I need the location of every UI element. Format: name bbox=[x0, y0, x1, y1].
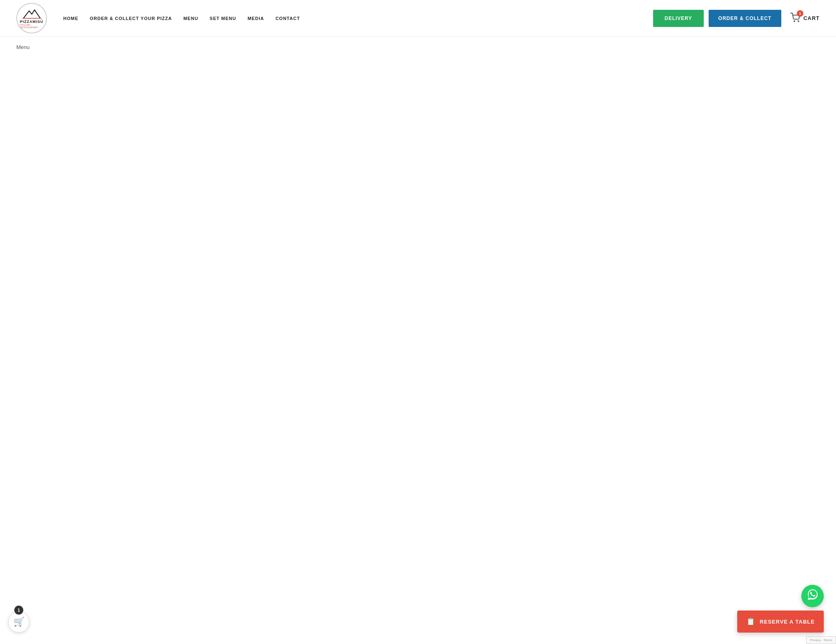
cart-link[interactable]: 1 CART bbox=[790, 13, 820, 24]
floating-cart[interactable]: 1 🛒 bbox=[8, 606, 29, 633]
recaptcha-badge: Privacy - Terms bbox=[806, 636, 836, 644]
svg-point-2 bbox=[798, 20, 799, 22]
recaptcha-privacy: Privacy bbox=[810, 638, 820, 642]
main-content bbox=[0, 58, 836, 384]
main-nav: HOME ORDER & COLLECT YOUR PIZZA MENU SET… bbox=[63, 16, 653, 21]
logo-sub-text: Italian Restaurant bbox=[20, 24, 44, 29]
floating-cart-icon: 🛒 bbox=[13, 617, 24, 627]
nav-item-home[interactable]: HOME bbox=[63, 16, 78, 21]
logo[interactable]: PIZZAMISÚ Italian Restaurant bbox=[16, 3, 47, 33]
recaptcha-terms: Terms bbox=[823, 638, 832, 642]
header: PIZZAMISÚ Italian Restaurant HOME ORDER … bbox=[0, 0, 836, 37]
nav-item-contact[interactable]: CONTACT bbox=[276, 16, 300, 21]
reserve-table-icon: 📋 bbox=[746, 617, 756, 626]
cart-label: CART bbox=[803, 15, 820, 21]
logo-brand-text: PIZZAMISÚ bbox=[20, 20, 44, 24]
delivery-button[interactable]: DELIVERY bbox=[653, 10, 704, 27]
reserve-table-button[interactable]: 📋 RESERVE A TABLE bbox=[737, 611, 824, 633]
breadcrumb-text: Menu bbox=[16, 44, 30, 50]
header-actions: DELIVERY ORDER & COLLECT 1 CART bbox=[653, 10, 820, 27]
floating-cart-count: 1 bbox=[14, 606, 23, 615]
whatsapp-button[interactable] bbox=[801, 585, 824, 607]
cart-icon-wrap: 1 bbox=[790, 13, 801, 24]
recaptcha-separator: - bbox=[821, 638, 823, 642]
nav-item-order-collect[interactable]: ORDER & COLLECT YOUR PIZZA bbox=[90, 16, 172, 21]
reserve-table-label: RESERVE A TABLE bbox=[760, 619, 815, 625]
cart-badge: 1 bbox=[797, 10, 803, 17]
nav-item-menu[interactable]: MENU bbox=[183, 16, 198, 21]
nav-item-set-menu[interactable]: SET MENU bbox=[210, 16, 236, 21]
breadcrumb: Menu bbox=[0, 37, 836, 58]
whatsapp-icon bbox=[807, 588, 819, 604]
svg-point-1 bbox=[794, 20, 795, 22]
nav-item-media[interactable]: MEDIA bbox=[247, 16, 264, 21]
order-collect-button[interactable]: ORDER & COLLECT bbox=[709, 10, 781, 27]
logo-mountain-icon bbox=[22, 8, 42, 20]
